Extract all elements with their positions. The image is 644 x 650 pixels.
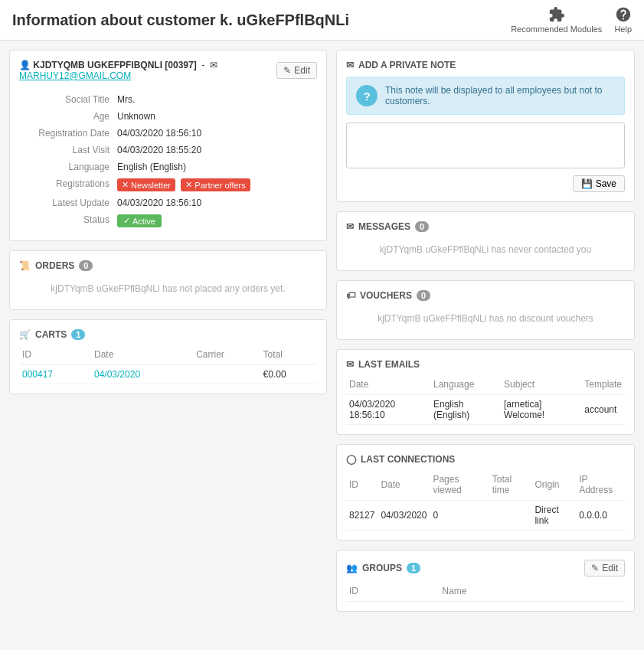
- emails-col-subject: Subject: [501, 376, 581, 395]
- orders-card: 📜 ORDERS 0 kjDTYqmB uGkeFPflBqNLi has no…: [9, 250, 327, 310]
- registrations-row: Registrations ✕ Newsletter ✕ Partner off…: [21, 176, 315, 194]
- x-icon2: ✕: [185, 180, 192, 190]
- carts-col-id: ID: [19, 346, 91, 365]
- messages-empty-text: kjDTYqmB uGkeFPflBqNLi has never contact…: [346, 238, 625, 261]
- help-label: Help: [614, 24, 632, 34]
- save-note-button[interactable]: 💾 Save: [573, 175, 625, 192]
- right-column: ✉ ADD A PRIVATE NOTE ? This note will be…: [336, 50, 635, 612]
- email-subject: [arnetica] Welcome!: [501, 395, 581, 425]
- note-icon: ✉: [346, 60, 354, 70]
- email-date: 04/03/2020 18:56:10: [346, 395, 430, 425]
- page-title: Information about customer k. uGkeFPflBq…: [12, 11, 349, 29]
- registrations-label: Registrations: [21, 176, 113, 194]
- save-icon: 💾: [581, 178, 593, 189]
- customer-icon: 👤: [19, 60, 31, 70]
- edit-icon: ✎: [283, 65, 291, 76]
- edit-groups-button[interactable]: ✎ Edit: [584, 560, 625, 577]
- connections-icon: ◯: [346, 454, 356, 465]
- cart-id[interactable]: 000417: [19, 365, 91, 384]
- vouchers-title: VOUCHERS: [360, 290, 412, 301]
- carts-card: 🛒 CARTS 1 ID Date Carrier Total 000417 0…: [9, 319, 327, 394]
- connections-col-time: Total time: [489, 471, 532, 501]
- cart-total: €0.00: [260, 365, 317, 384]
- table-row: 04/03/2020 18:56:10 English (English) [a…: [346, 395, 625, 425]
- private-note-label: ADD A PRIVATE NOTE: [358, 60, 456, 70]
- conn-id: 82127: [346, 501, 378, 531]
- orders-icon: 📜: [19, 260, 31, 271]
- social-title-row: Social Title Mrs.: [21, 92, 315, 107]
- groups-col-name: Name: [439, 583, 625, 602]
- latest-update-label: Latest Update: [21, 195, 113, 211]
- help-button[interactable]: Help: [614, 6, 632, 34]
- status-row: Status ✓ Active: [21, 212, 315, 230]
- status-text: Active: [132, 217, 155, 226]
- last-connections-title: LAST CONNECTIONS: [361, 454, 455, 465]
- messages-card: ✉ MESSAGES 0 kjDTYqmB uGkeFPflBqNLi has …: [336, 211, 635, 271]
- newsletter-label: Newsletter: [131, 181, 171, 190]
- groups-icon: 👥: [346, 563, 358, 573]
- table-row: 82127 04/03/2020 0 Direct link 0.0.0.0: [346, 501, 625, 531]
- recommended-modules-button[interactable]: Recommended Modules: [511, 6, 602, 34]
- last-connections-section-title: ◯ LAST CONNECTIONS: [346, 454, 625, 465]
- groups-header-row: ID Name: [346, 583, 625, 602]
- recommended-modules-label: Recommended Modules: [511, 24, 602, 34]
- email-template: account: [581, 395, 625, 425]
- left-column: 👤 KJDTYQMB UGKEFPFIBQNLI [00397] - ✉ MAR…: [9, 50, 327, 612]
- cart-icon: 🛒: [19, 329, 31, 340]
- conn-ip: 0.0.0.0: [576, 501, 625, 531]
- cart-carrier: [193, 365, 260, 384]
- edit-customer-button[interactable]: ✎ Edit: [276, 62, 317, 79]
- info-icon: ?: [356, 85, 378, 106]
- latest-update-value: 04/03/2020 18:56:10: [114, 195, 315, 211]
- carts-col-carrier: Carrier: [193, 346, 260, 365]
- social-title-value: Mrs.: [114, 92, 315, 107]
- last-connections-card: ◯ LAST CONNECTIONS ID Date Pages viewed …: [336, 444, 635, 541]
- last-emails-title: LAST EMAILS: [358, 359, 420, 370]
- last-visit-label: Last Visit: [21, 142, 113, 158]
- orders-title: ORDERS: [35, 260, 74, 271]
- last-emails-section-title: ✉ LAST EMAILS: [346, 359, 625, 370]
- registrations-value: ✕ Newsletter ✕ Partner offers: [114, 176, 315, 194]
- messages-count: 0: [415, 221, 429, 232]
- carts-col-total: Total: [260, 346, 317, 365]
- age-value: Unknown: [114, 109, 315, 124]
- connections-col-pages: Pages viewed: [430, 471, 489, 501]
- customer-info-table: Social Title Mrs. Age Unknown Registrati…: [19, 90, 317, 231]
- table-row: 000417 04/03/2020 €0.00: [19, 365, 317, 384]
- language-row: Language English (English): [21, 159, 315, 175]
- connections-col-ip: IP Address: [576, 471, 625, 501]
- language-value: English (English): [114, 159, 315, 175]
- status-value: ✓ Active: [114, 212, 315, 230]
- groups-count: 1: [407, 563, 420, 573]
- orders-count: 0: [79, 260, 93, 271]
- private-note-card: ✉ ADD A PRIVATE NOTE ? This note will be…: [336, 50, 635, 202]
- registration-date-row: Registration Date 04/03/2020 18:56:10: [21, 126, 315, 141]
- orders-section-title: 📜 ORDERS 0: [19, 260, 317, 271]
- carts-header-row: ID Date Carrier Total: [19, 346, 317, 365]
- conn-date: 04/03/2020: [378, 501, 430, 531]
- vouchers-icon: 🏷: [346, 290, 355, 301]
- customer-email[interactable]: MARHUY12@GMAIL.COM: [19, 70, 131, 81]
- top-bar: Information about customer k. uGkeFPflBq…: [0, 0, 644, 41]
- vouchers-empty-text: kjDTYqmB uGkeFPflBqNLi has no discount v…: [346, 307, 625, 330]
- conn-origin: Direct link: [531, 501, 576, 531]
- note-textarea[interactable]: [346, 122, 625, 168]
- emails-col-template: Template: [581, 376, 625, 395]
- messages-icon: ✉: [346, 221, 354, 232]
- messages-section-title: ✉ MESSAGES 0: [346, 221, 625, 232]
- cart-date[interactable]: 04/03/2020: [91, 365, 193, 384]
- emails-header-row: Date Language Subject Template: [346, 376, 625, 395]
- check-icon: ✓: [123, 216, 130, 226]
- carts-col-date: Date: [91, 346, 193, 365]
- groups-header: 👥 GROUPS 1 ✎ Edit: [346, 560, 625, 577]
- email-icon: ✉: [210, 60, 217, 70]
- main-content: 👤 KJDTYQMB UGKEFPFIBQNLI [00397] - ✉ MAR…: [0, 41, 644, 621]
- groups-card: 👥 GROUPS 1 ✎ Edit ID Name: [336, 550, 635, 612]
- groups-section-title: 👥 GROUPS 1: [346, 563, 420, 573]
- age-row: Age Unknown: [21, 109, 315, 124]
- partner-offers-label: Partner offers: [195, 181, 245, 190]
- status-label: Status: [21, 212, 113, 230]
- customer-name-email: 👤 KJDTYQMB UGKEFPFIBQNLI [00397] - ✉ MAR…: [19, 60, 276, 81]
- connections-col-date: Date: [378, 471, 430, 501]
- conn-time: [489, 501, 532, 531]
